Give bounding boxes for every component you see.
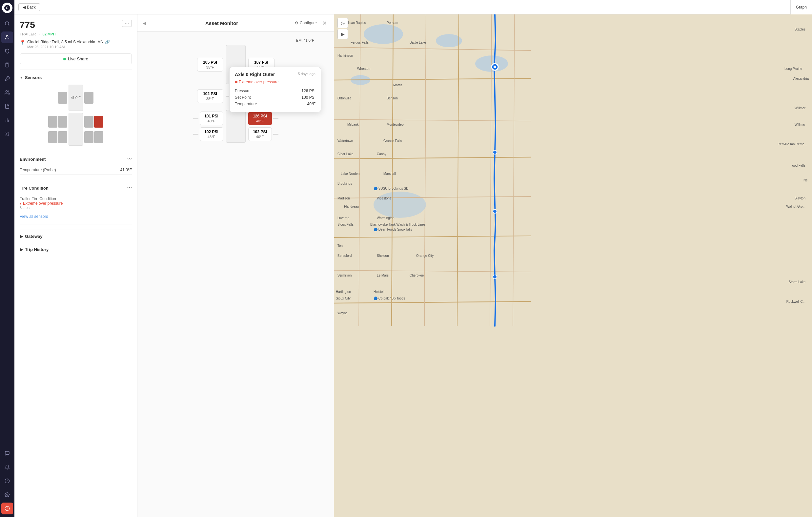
tooltip-setpoint-value: 100 PSI (301, 95, 316, 100)
nav-icon-help[interactable] (1, 475, 13, 487)
trailer-tire-label: Trailer Tire Condition (20, 197, 132, 201)
more-button[interactable]: ··· (122, 20, 132, 27)
nav-icon-person[interactable] (1, 31, 13, 43)
location-time: Mar 25, 2021 10:19 AM (27, 45, 110, 49)
tire-card-trailer-left-1[interactable]: 101 PSI 40°F (200, 112, 223, 125)
nav-icon-chat[interactable] (1, 448, 13, 459)
trailer-right-axle2: 102 PSI 40°F (248, 127, 279, 141)
tooltip-setpoint-row: Set Point 100 PSI (235, 94, 316, 101)
nav-icon-bug[interactable] (1, 128, 13, 140)
nav-icon-alert[interactable] (1, 502, 13, 514)
em-label: EM: 41.0°F (296, 38, 314, 42)
tire-rl2-outer[interactable] (48, 131, 57, 143)
nav-icon-clipboard[interactable] (1, 59, 13, 71)
trailer-left-axle1: 101 PSI 40°F (193, 112, 223, 125)
trailer-axle-area (48, 113, 103, 146)
nav-icon-users[interactable] (1, 87, 13, 98)
tooltip-time: 5 days ago (298, 72, 316, 76)
configure-button[interactable]: ⚙ Configure (295, 21, 317, 25)
divider-env (20, 151, 132, 151)
live-share-button[interactable]: Live Share (20, 54, 132, 64)
divider-tire (20, 180, 132, 180)
gateway-expand-arrow: ▶ (20, 234, 23, 239)
graph-button[interactable]: Graph (790, 0, 812, 15)
tire-fl[interactable] (58, 92, 67, 104)
svg-rect-16 (334, 15, 812, 517)
top-bar: ◀ Back Graph (14, 0, 812, 15)
tire-rl-inner[interactable] (58, 116, 67, 127)
map-background[interactable]: Pelican Rapids Perham Staples Fergus Fal… (334, 15, 812, 517)
tire-rr2-outer[interactable] (94, 131, 103, 143)
svg-point-41 (494, 66, 496, 68)
tire-fr[interactable] (84, 92, 93, 104)
tire-diagram: 41.0°F (30, 84, 122, 146)
monitor-actions: ⚙ Configure ✕ (295, 19, 328, 27)
nav-icon-search[interactable] (1, 18, 13, 30)
svg-point-38 (493, 209, 497, 213)
environment-trend-icon[interactable]: 〰 (127, 156, 132, 162)
close-button[interactable]: ✕ (321, 19, 328, 27)
trailer-right-tires: 126 PSI 40°F 102 PSI 40°F (248, 112, 279, 141)
map-svg (334, 15, 812, 517)
tooltip-popup: Axle 0 Right Outer 5 days ago Extreme ov… (229, 67, 321, 112)
gateway-row[interactable]: ▶ Gateway (20, 230, 132, 243)
trailer-body (226, 110, 245, 143)
sensors-header: ▼ Sensors (20, 75, 132, 80)
tire-card-trailer-left-2[interactable]: 102 PSI 43°F (200, 127, 223, 141)
trailer-section: 101 PSI 40°F 102 PSI 43°F (193, 110, 279, 143)
tire-card-axle0-left[interactable]: 105 PSI 35°F (197, 58, 223, 71)
svg-point-12 (6, 494, 8, 495)
back-button[interactable]: ◀ Back (18, 3, 40, 11)
location-row: 📍 Glacial Ridge Trail, 8.5 mi S Alexandr… (20, 40, 132, 49)
tire-condition-trend-icon[interactable]: 〰 (127, 185, 132, 191)
trailer-left-axle2: 102 PSI 43°F (193, 127, 223, 141)
condition-status: ● Extreme over pressure (20, 201, 132, 206)
tooltip-header: Axle 0 Right Outer 5 days ago (235, 72, 316, 77)
back-arrow-icon: ◀ (23, 5, 26, 9)
error-circle-icon: ● (20, 202, 22, 205)
tire-rl-outer[interactable] (48, 116, 57, 127)
tire-rl2-inner[interactable] (58, 131, 67, 143)
condition-error-text[interactable]: Extreme over pressure (23, 201, 63, 206)
tooltip-pressure-row: Pressure 126 PSI (235, 88, 316, 94)
svg-point-37 (493, 150, 497, 154)
nav-icon-bell[interactable] (1, 461, 13, 473)
nav-bottom (1, 448, 13, 514)
tire-rr2-inner[interactable] (84, 131, 93, 143)
tire-card-axle1-left[interactable]: 102 PSI 38°F (197, 89, 223, 103)
tooltip-temp-label: Temperature (235, 102, 257, 106)
environment-header: Environment 〰 (20, 156, 132, 162)
tooltip-setpoint-label: Set Point (235, 95, 251, 100)
location-text: Glacial Ridge Trail, 8.5 mi S Alexandria… (27, 40, 104, 44)
gateway-title: Gateway (25, 234, 42, 239)
nav-icon-shield[interactable] (1, 45, 13, 57)
nav-icon-file[interactable] (1, 100, 13, 112)
temp-probe-label: Temperature (Probe) (20, 168, 56, 172)
svg-point-18 (436, 34, 462, 47)
tire-card-trailer-right-2[interactable]: 102 PSI 40°F (248, 127, 272, 141)
external-link-icon[interactable]: 🔗 (105, 40, 110, 44)
sensors-title: ▼ Sensors (20, 75, 42, 80)
tooltip-axle-name: Axle 0 Right Outer (235, 72, 275, 77)
nav-icon-wrench[interactable] (1, 73, 13, 85)
nav-icon-settings[interactable] (1, 489, 13, 500)
tire-card-trailer-right-1-highlighted[interactable]: 126 PSI 40°F (248, 112, 272, 125)
trip-expand-arrow: ▶ (20, 247, 23, 252)
tire-rr-inner[interactable] (84, 116, 93, 127)
left-panel: 775 TRAILER · 62 MPH ··· 📍 Glacial Ridge… (14, 15, 137, 517)
map-locator-button[interactable]: ◎ (338, 18, 348, 28)
nav-icon-chart[interactable] (1, 114, 13, 126)
tire-rr-outer[interactable] (94, 116, 103, 127)
view-all-sensors-link[interactable]: View all sensors (20, 214, 132, 219)
tooltip-temp-value: 40°F (307, 102, 316, 106)
tooltip-error-text: Extreme over pressure (239, 80, 279, 84)
live-share-label: Live Share (68, 56, 88, 61)
divider-1 (20, 69, 132, 70)
monitor-back-arrow[interactable]: ◀ (143, 21, 146, 26)
monitor-title: Asset Monitor (205, 20, 238, 26)
svg-rect-4 (6, 63, 8, 64)
map-play-button[interactable]: ▶ (338, 29, 348, 39)
trip-history-row[interactable]: ▶ Trip History (20, 243, 132, 256)
sensors-section: ▼ Sensors 41.0°F (20, 75, 132, 219)
sensors-collapse-arrow[interactable]: ▼ (20, 76, 23, 79)
